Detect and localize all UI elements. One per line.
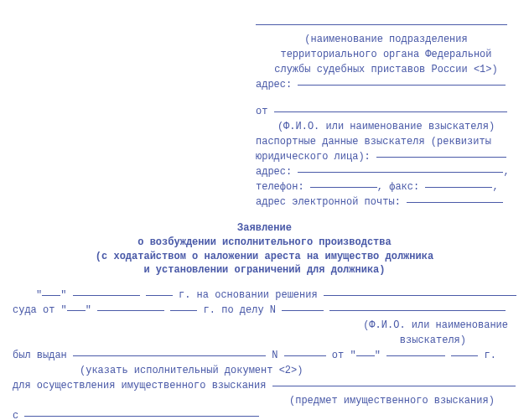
address2-field[interactable] (298, 172, 503, 173)
quote-close-3: " (375, 350, 386, 361)
from-label: от (256, 106, 274, 117)
day-field-2[interactable] (67, 310, 86, 311)
phone-label: телефон: (256, 181, 310, 193)
exec-doc-caption: (указать исполнительный документ <2>) (80, 363, 516, 378)
recipient-caption-3: службы судебных приставов России <1>) (256, 62, 516, 77)
decision-field[interactable] (324, 295, 516, 296)
document-title: Заявление о возбуждении исполнительного … (13, 221, 516, 277)
comma2: , (492, 181, 498, 193)
claimant-caption-2: взыскателя) (13, 333, 466, 348)
email-label: адрес электронной почты: (256, 196, 407, 208)
recipient-caption-1: (наименование подразделения (256, 32, 516, 47)
day-field-1[interactable] (42, 295, 60, 296)
address2-label: адрес: (256, 166, 298, 178)
title-line1: Заявление (13, 221, 516, 236)
claimant-caption-1: (Ф.И.О. или наименование (13, 318, 508, 333)
month-field-3[interactable] (386, 355, 445, 356)
quote-close-1: " (60, 289, 72, 301)
month-field-1[interactable] (73, 295, 140, 296)
email-field[interactable] (407, 202, 503, 203)
year-field-2[interactable] (170, 310, 197, 311)
year-field-1[interactable] (146, 295, 173, 296)
debtor-field[interactable] (24, 416, 259, 417)
issued-label: был выдан (13, 350, 73, 361)
title-line3: (с ходатайством о наложении ареста на им… (13, 250, 516, 264)
doc-number-field[interactable] (284, 355, 326, 356)
title-line4: и установлении ограничений для должника) (13, 263, 516, 277)
recipient-caption-2: территориального органа Федеральной (256, 47, 516, 62)
fax-label: , факс: (377, 181, 426, 193)
passport-line1: паспортные данные взыскателя (реквизиты (256, 134, 516, 149)
day-field-3[interactable] (356, 355, 375, 356)
year-field-3[interactable] (451, 355, 478, 356)
claimant-field[interactable] (329, 310, 506, 311)
with-label: с (13, 410, 24, 420)
comma1: , (503, 166, 509, 178)
recipient-block: (наименование подразделения территориаль… (256, 17, 516, 210)
recovery-label: для осуществления имущественного взыскан… (13, 380, 272, 391)
year-suffix-3: г. (478, 350, 496, 361)
title-line2: о возбуждении исполнительного производст… (13, 236, 516, 250)
passport-field[interactable] (376, 157, 506, 158)
exec-doc-field[interactable] (73, 355, 266, 356)
address-field[interactable] (298, 85, 506, 86)
n-label: N (266, 350, 284, 361)
from-label-2: от " (326, 350, 356, 361)
phone-field[interactable] (310, 187, 377, 188)
quote-open-1: " (36, 289, 42, 301)
recipient-line[interactable] (256, 24, 507, 25)
recovery-caption: (предмет имущественного взыскания) (289, 393, 516, 408)
from-field[interactable] (274, 111, 507, 112)
month-field-2[interactable] (97, 310, 164, 311)
from-caption: (Ф.И.О. или наименование взыскателя) (256, 119, 516, 134)
court-from-label: суда от " (13, 304, 67, 316)
case-label: г. по делу N (197, 304, 282, 316)
passport-line2: юридического лица): (256, 151, 376, 163)
basis-label: г. на основании решения (173, 289, 324, 301)
recovery-field[interactable] (272, 386, 516, 386)
quote-close-2: " (86, 304, 97, 316)
case-number-field[interactable] (282, 310, 324, 311)
body-content: "" г. на основании решения суда от "" г.… (13, 288, 516, 420)
address-label: адрес: (256, 79, 298, 91)
fax-field[interactable] (425, 187, 492, 188)
